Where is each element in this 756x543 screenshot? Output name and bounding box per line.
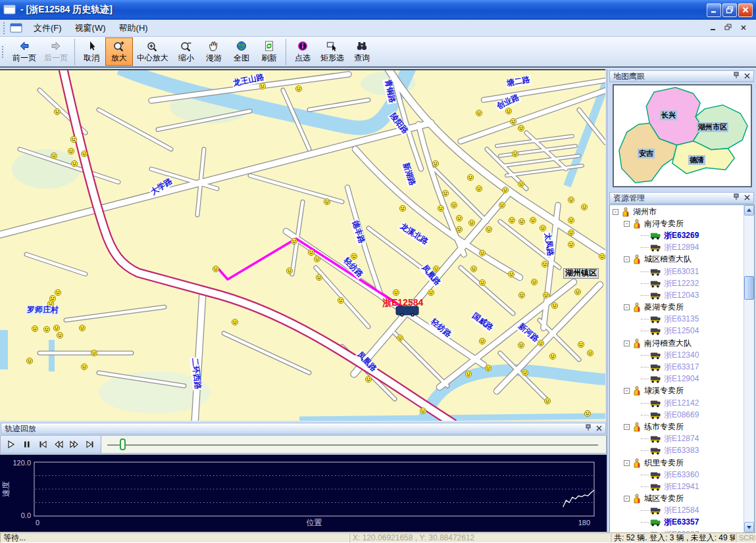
vehicle-marker-icon[interactable] bbox=[540, 225, 545, 231]
zoom-out-button[interactable]: 缩小 bbox=[172, 37, 200, 66]
menu-grip[interactable] bbox=[3, 22, 7, 34]
vehicle-marker-icon[interactable] bbox=[479, 279, 485, 285]
vehicle-marker-icon[interactable] bbox=[578, 341, 584, 347]
rect-select-button[interactable]: 矩形选 bbox=[316, 37, 348, 66]
vehicle-marker-icon[interactable] bbox=[486, 226, 491, 232]
vehicle-marker-icon[interactable] bbox=[508, 271, 514, 277]
tree-vehicle-row[interactable]: 浙E12584 bbox=[610, 505, 743, 517]
close-panel-icon[interactable] bbox=[596, 424, 602, 433]
vehicle-marker-icon[interactable] bbox=[393, 289, 399, 295]
vehicle-marker-icon[interactable] bbox=[295, 85, 301, 91]
tree-group-row[interactable]: -菱湖专卖所 bbox=[610, 302, 743, 314]
vehicle-marker-icon[interactable] bbox=[286, 268, 292, 273]
menu-file[interactable]: 文件(F) bbox=[27, 20, 68, 36]
vehicle-marker-icon[interactable] bbox=[468, 220, 474, 225]
vehicle-marker-icon[interactable] bbox=[502, 187, 508, 193]
vehicle-marker-icon[interactable] bbox=[432, 160, 438, 166]
tree-vehicle-row[interactable]: 浙E12904 bbox=[610, 373, 743, 385]
tree-vehicle-row[interactable]: 浙E63317 bbox=[610, 361, 743, 373]
vehicle-marker-icon[interactable] bbox=[518, 125, 524, 131]
tree-vehicle-row[interactable]: 浙E63360 bbox=[610, 469, 743, 481]
tree-vehicle-row[interactable]: 浙E12340 bbox=[610, 349, 743, 361]
vehicle-marker-icon[interactable] bbox=[55, 289, 61, 295]
vehicle-marker-icon[interactable] bbox=[530, 217, 536, 223]
vehicle-marker-icon[interactable] bbox=[428, 289, 434, 295]
vehicle-marker-icon[interactable] bbox=[70, 136, 76, 142]
vehicle-marker-icon[interactable] bbox=[351, 253, 357, 259]
scroll-up-button[interactable] bbox=[744, 205, 754, 216]
vehicle-marker-icon[interactable] bbox=[505, 108, 511, 114]
tree-group-row[interactable]: -南浔专卖所 bbox=[610, 218, 743, 229]
vehicle-marker-icon[interactable] bbox=[79, 325, 85, 331]
vehicle-marker-icon[interactable] bbox=[365, 376, 371, 382]
vehicle-marker-icon[interactable] bbox=[291, 238, 297, 244]
vehicle-marker-icon[interactable] bbox=[81, 151, 87, 156]
tree-vehicle-row[interactable]: 浙E12874 bbox=[610, 433, 743, 445]
tree-group-row[interactable]: -埭溪专卖所 bbox=[610, 385, 743, 397]
tree-group-row[interactable]: -湖州市 bbox=[610, 206, 743, 218]
tree-group-row[interactable]: -织里专卖所 bbox=[610, 457, 743, 469]
vehicle-marker-icon[interactable] bbox=[568, 197, 574, 202]
vehicle-marker-icon[interactable] bbox=[470, 266, 476, 272]
play-button[interactable] bbox=[4, 437, 18, 452]
minimize-button[interactable] bbox=[707, 3, 721, 17]
vehicle-marker-icon[interactable] bbox=[479, 338, 485, 344]
tree-scrollbar[interactable] bbox=[743, 205, 754, 532]
vehicle-marker-icon[interactable] bbox=[308, 249, 314, 255]
vehicle-marker-icon[interactable] bbox=[43, 326, 49, 332]
skip-end-button[interactable] bbox=[83, 437, 97, 452]
vehicle-marker-icon[interactable] bbox=[420, 408, 426, 413]
vehicle-marker-icon[interactable] bbox=[451, 202, 457, 208]
vehicle-marker-icon[interactable] bbox=[71, 160, 77, 166]
prev-page-button[interactable]: 前一页 bbox=[9, 37, 40, 66]
pin-icon[interactable] bbox=[733, 72, 740, 81]
tree-vehicle-row[interactable]: 浙E08669 bbox=[610, 409, 743, 421]
vehicle-marker-icon[interactable] bbox=[91, 350, 97, 356]
tree-vehicle-row[interactable]: 浙E12941 bbox=[610, 481, 743, 492]
tree-group-row[interactable]: -南浔稽查大队 bbox=[610, 337, 743, 349]
tree-vehicle-row[interactable]: 浙E63135 bbox=[610, 314, 743, 325]
restore-button[interactable] bbox=[722, 3, 737, 17]
vehicle-marker-icon[interactable] bbox=[338, 297, 343, 303]
vehicle-marker-icon[interactable] bbox=[518, 292, 524, 298]
eagle-eye-map[interactable]: 长兴湖州市区安吉德清 bbox=[613, 84, 752, 187]
fast-forward-button[interactable] bbox=[67, 437, 82, 452]
scroll-thumb[interactable] bbox=[744, 276, 754, 300]
vehicle-marker-icon[interactable] bbox=[485, 365, 491, 371]
pan-button[interactable]: 漫游 bbox=[200, 37, 228, 66]
vehicle-marker-icon[interactable] bbox=[518, 342, 524, 348]
menu-help[interactable]: 帮助(H) bbox=[113, 20, 155, 36]
vehicle-marker-icon[interactable] bbox=[512, 151, 518, 156]
vehicle-marker-icon[interactable] bbox=[51, 153, 57, 158]
map-canvas[interactable]: 龙王山路青铜路塘二路创业路陵阳路新湖路大学路德丰路龙溪北路轻纺路太凤路凤凰路凤凰… bbox=[0, 69, 605, 421]
tree-vehicle-row[interactable]: 浙E63357 bbox=[610, 517, 743, 529]
vehicle-marker-icon[interactable] bbox=[259, 83, 265, 89]
close-panel-icon[interactable] bbox=[744, 193, 750, 202]
tree-vehicle-row[interactable]: 浙E12043 bbox=[610, 289, 743, 301]
vehicle-marker-icon[interactable] bbox=[544, 241, 550, 247]
pin-icon[interactable] bbox=[585, 424, 592, 433]
vehicle-marker-icon[interactable] bbox=[584, 410, 590, 416]
pin-icon[interactable] bbox=[733, 193, 740, 202]
vehicle-marker-icon[interactable] bbox=[232, 319, 238, 325]
tree-vehicle-row[interactable]: 浙E63031 bbox=[610, 266, 743, 277]
vehicle-marker-icon[interactable] bbox=[574, 289, 580, 295]
vehicle-marker-icon[interactable] bbox=[442, 190, 448, 196]
vehicle-marker-icon[interactable] bbox=[53, 325, 59, 331]
vehicle-marker-icon[interactable] bbox=[518, 181, 524, 187]
mdi-minimize-button[interactable] bbox=[710, 23, 717, 33]
tree-vehicle-row[interactable]: 浙E12232 bbox=[610, 277, 743, 289]
vehicle-marker-icon[interactable] bbox=[433, 266, 439, 272]
playback-slider-thumb[interactable] bbox=[120, 438, 126, 450]
tree-vehicle-row[interactable]: 浙E63269 bbox=[610, 229, 743, 241]
vehicle-marker-icon[interactable] bbox=[479, 250, 485, 256]
vehicle-marker-icon[interactable] bbox=[568, 229, 574, 235]
vehicle-marker-icon[interactable] bbox=[47, 300, 53, 306]
pause-button[interactable] bbox=[20, 437, 34, 452]
vehicle-marker-icon[interactable] bbox=[499, 202, 505, 208]
toolbar-grip[interactable] bbox=[2, 46, 5, 58]
mdi-close-button[interactable] bbox=[740, 23, 747, 33]
vehicle-marker-icon[interactable] bbox=[509, 217, 515, 223]
vehicle-marker-icon[interactable] bbox=[438, 205, 443, 211]
full-map-button[interactable]: 全图 bbox=[228, 37, 255, 66]
